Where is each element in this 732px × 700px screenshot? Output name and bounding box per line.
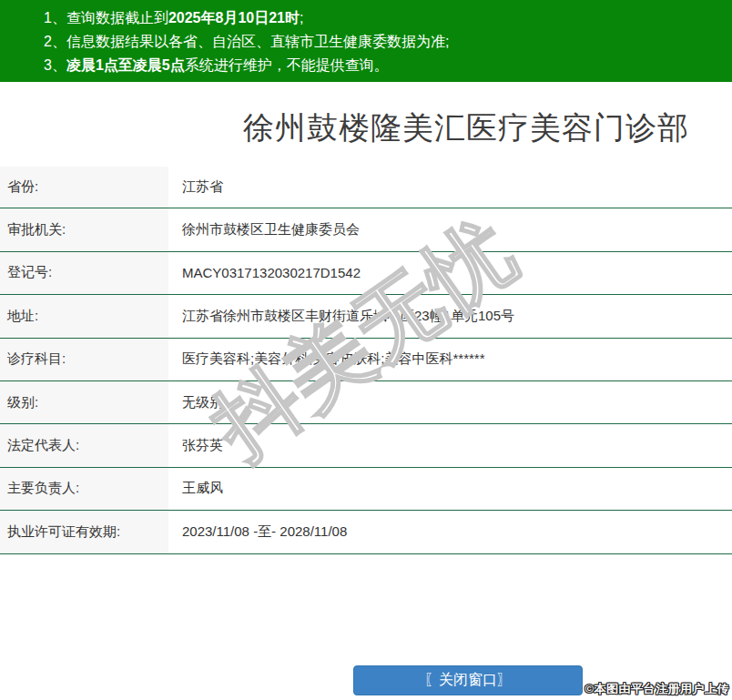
- notice-text-bold: 凌晨1点至凌晨5点: [66, 57, 185, 73]
- notice-text: 查询数据截止到: [66, 10, 168, 25]
- close-window-button[interactable]: 〖关闭窗口〗: [353, 665, 583, 695]
- row-label: 级别:: [0, 381, 168, 423]
- notice-text: 信息数据结果以各省、自治区、直辖市卫生健康委数据为准;: [66, 34, 449, 49]
- institution-record-table: 省份: 江苏省 审批机关: 徐州市鼓楼区卫生健康委员会 登记号: MACY031…: [0, 167, 732, 554]
- row-label: 省份:: [0, 167, 168, 208]
- row-label: 审批机关:: [0, 208, 168, 250]
- row-label: 执业许可证有效期:: [0, 511, 168, 553]
- notice-text-bold: 2025年8月10日21时: [168, 10, 300, 25]
- table-row-license-validity: 执业许可证有效期: 2023/11/08 -至- 2028/11/08: [0, 511, 732, 553]
- notice-text: ;: [300, 10, 303, 25]
- table-row-address: 地址: 江苏省徐州市鼓楼区丰财街道乐城小区23幢1单元105号: [0, 295, 732, 338]
- notice-line-3: 3、凌晨1点至凌晨5点系统进行维护，不能提供查询。: [44, 54, 723, 77]
- table-row-legal-representative: 法定代表人: 张芬英: [0, 424, 732, 467]
- table-row-approval-authority: 审批机关: 徐州市鼓楼区卫生健康委员会: [0, 208, 732, 251]
- notice-number: 2、: [44, 34, 66, 49]
- row-value: 江苏省: [168, 167, 732, 208]
- table-row-level: 级别: 无级别: [0, 381, 732, 424]
- row-value: MACY0317132030217D1542: [168, 252, 732, 294]
- table-row-main-person-in-charge: 主要负责人: 王威风: [0, 468, 732, 511]
- row-value: 徐州市鼓楼区卫生健康委员会: [168, 208, 732, 250]
- row-value: 2023/11/08 -至- 2028/11/08: [168, 511, 732, 553]
- row-label: 登记号:: [0, 252, 168, 294]
- row-value: 无级别: [168, 381, 732, 423]
- row-label: 法定代表人:: [0, 424, 168, 466]
- table-row-province: 省份: 江苏省: [0, 167, 732, 208]
- table-row-treatment-subjects: 诊疗科目: 医疗美容科;美容外科;美容皮肤科;美容中医科******: [0, 339, 732, 381]
- row-value: 江苏省徐州市鼓楼区丰财街道乐城小区23幢1单元105号: [168, 295, 732, 337]
- notice-number: 1、: [44, 10, 66, 25]
- notice-number: 3、: [44, 57, 66, 73]
- notice-banner: 1、查询数据截止到2025年8月10日21时; 2、信息数据结果以各省、自治区、…: [0, 0, 732, 82]
- page-title: 徐州鼓楼隆美汇医疗美容门诊部: [200, 107, 732, 149]
- row-label: 主要负责人:: [0, 468, 168, 510]
- row-label: 地址:: [0, 295, 168, 337]
- uploader-credit-stamp: ©本图由平台注册用户上传: [585, 681, 729, 697]
- notice-line-1: 1、查询数据截止到2025年8月10日21时;: [44, 6, 723, 30]
- row-value: 医疗美容科;美容外科;美容皮肤科;美容中医科******: [168, 339, 732, 380]
- table-row-registration-number: 登记号: MACY0317132030217D1542: [0, 252, 732, 295]
- notice-text: 系统进行维护，不能提供查询。: [185, 57, 389, 73]
- row-label: 诊疗科目:: [0, 339, 168, 380]
- row-value: 王威风: [168, 468, 732, 510]
- notice-line-2: 2、信息数据结果以各省、自治区、直辖市卫生健康委数据为准;: [44, 30, 723, 54]
- row-value: 张芬英: [168, 424, 732, 466]
